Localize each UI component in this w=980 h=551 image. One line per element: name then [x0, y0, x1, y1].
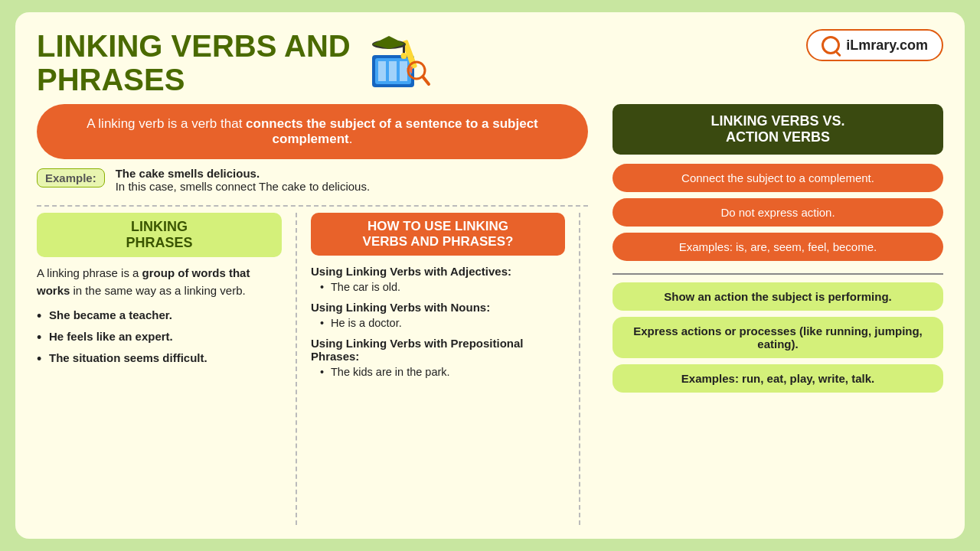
adj-section: Using Linking Verbs with Adjectives: The…	[311, 265, 565, 293]
linking-phrases-header: LINKINGPHRASES	[37, 213, 282, 257]
section-divider	[37, 205, 588, 207]
action-pill-3: Examples: run, eat, play, write, talk.	[612, 364, 943, 393]
svg-rect-2	[378, 61, 386, 81]
vs-header: LINKING VERBS VS.ACTION VERBS	[612, 104, 943, 155]
linking-pill-2: Do not express action.	[612, 198, 943, 227]
nouns-bullets: He is a doctor.	[311, 317, 565, 329]
example-row: Example: The cake smells delicious. In t…	[37, 167, 596, 193]
list-item: The situation seems difficult.	[37, 350, 282, 366]
list-item: She became a teacher.	[37, 307, 282, 323]
svg-rect-4	[400, 61, 407, 81]
linking-phrases-bullets: She became a teacher. He feels like an e…	[37, 307, 282, 366]
definition-end: .	[349, 132, 353, 146]
vs-section: LINKING VERBS VS.ACTION VERBS Connect th…	[596, 104, 943, 525]
definition-bold: connects the subject of a sentence to a …	[246, 116, 538, 146]
list-item: He feels like an expert.	[37, 328, 282, 344]
linking-phrases-section: LINKINGPHRASES A linking phrase is a gro…	[37, 213, 297, 525]
main-title: LINKING VERBS AND PHRASES	[37, 29, 351, 96]
title-block: LINKING VERBS AND PHRASES	[37, 29, 433, 96]
body-end: in the same way as a linking verb.	[70, 284, 245, 297]
example-explanation: In this case, smells connect The cake to…	[116, 180, 370, 193]
adj-bullets: The car is old.	[311, 281, 565, 293]
svg-line-12	[423, 77, 429, 84]
header: LINKING VERBS AND PHRASES	[37, 29, 943, 96]
list-item: The kids are in the park.	[320, 366, 565, 378]
how-to-section: HOW TO USE LINKINGVERBS AND PHRASES? Usi…	[297, 213, 580, 525]
title-text: LINKING VERBS AND PHRASES	[37, 29, 351, 96]
example-label: Example:	[37, 168, 105, 187]
linking-pill-1: Connect the subject to a complement.	[612, 164, 943, 192]
vs-divider	[612, 273, 943, 275]
logo-svg	[364, 32, 433, 93]
linking-phrases-body: A linking phrase is a group of words tha…	[37, 265, 282, 299]
nouns-section: Using Linking Verbs with Nouns: He is a …	[311, 301, 565, 329]
action-pill-1: Show an action the subject is performing…	[612, 282, 943, 311]
brand-text: iLmrary.com	[846, 37, 928, 54]
action-pill-2: Express actions or processes (like runni…	[612, 317, 943, 358]
example-sentence: The cake smells delicious.	[116, 167, 260, 180]
list-item: The car is old.	[320, 281, 565, 293]
definition-plain: A linking verb is a verb that	[87, 116, 246, 131]
svg-rect-3	[389, 61, 397, 81]
definition-banner: A linking verb is a verb that connects t…	[37, 104, 588, 159]
prep-bullets: The kids are in the park.	[311, 366, 565, 378]
linking-pill-3: Examples: is, are, seem, feel, become.	[612, 233, 943, 261]
list-item: He is a doctor.	[320, 317, 565, 329]
prep-section: Using Linking Verbs with Prepositional P…	[311, 337, 565, 378]
logo-icon	[364, 32, 433, 93]
how-to-header: HOW TO USE LINKINGVERBS AND PHRASES?	[311, 213, 565, 256]
body-plain: A linking phrase is a	[37, 266, 142, 279]
svg-point-10	[400, 53, 407, 59]
main-card: LINKING VERBS AND PHRASES	[15, 12, 965, 539]
brand-pill: iLmrary.com	[806, 29, 943, 61]
search-icon	[822, 36, 840, 54]
example-text: The cake smells delicious. In this case,…	[116, 167, 370, 193]
